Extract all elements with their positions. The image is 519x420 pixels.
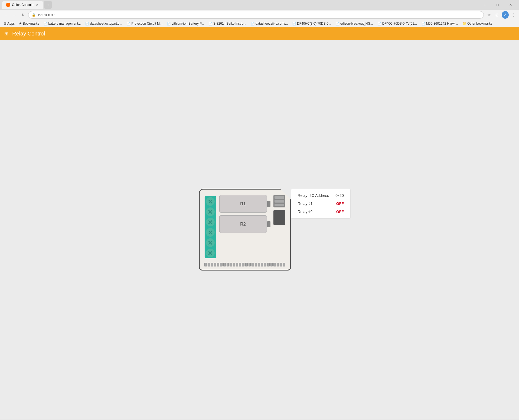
chip-block-top	[273, 195, 285, 207]
bookmark-seiko-label: S-8261 | Seiko Instru...	[213, 22, 246, 25]
app-title: Relay Control	[12, 31, 45, 37]
back-button[interactable]: ←	[2, 11, 9, 18]
terminal-block	[204, 196, 216, 258]
bookmark-edison[interactable]: 📄 edison-breakout_HG...	[334, 21, 375, 26]
bookmark-apps-label: Apps	[7, 22, 15, 25]
relay-module-2[interactable]: R2	[219, 215, 267, 233]
relay-module-1[interactable]: R1	[219, 195, 267, 213]
url-text: 192.168.3.1	[37, 13, 56, 17]
bookmark-battery[interactable]: 📄 battery management...	[42, 21, 82, 26]
profile-icon[interactable]: A	[502, 11, 509, 18]
main-content: R1 R2	[0, 40, 519, 419]
bookmark-other-label: Other bookmarks	[467, 22, 492, 25]
bookmark-bookmarks[interactable]: ★ Bookmarks	[17, 21, 41, 26]
bookmark-m50[interactable]: 📄 M50-3601242 Harwi...	[420, 21, 460, 26]
relay2-connector	[267, 221, 270, 227]
bookmark-protection[interactable]: 📄 Protection Circuit M...	[125, 21, 164, 26]
pin-18	[258, 263, 260, 266]
relay-container: R1 R2	[199, 189, 350, 271]
bookmarks-bar: ⊞ Apps ★ Bookmarks 📄 battery management.…	[0, 20, 519, 27]
bookmark-apps[interactable]: ⊞ Apps	[2, 21, 16, 26]
bookmark-df40hc[interactable]: 📄 DF40HC(3.0)-70DS-0...	[290, 21, 333, 26]
page-icon-10: 📄	[421, 22, 425, 25]
chip-pin-1	[274, 196, 284, 199]
app-header: ⊞ Relay Control	[0, 27, 519, 40]
tab-close-button[interactable]: ✕	[35, 3, 39, 7]
bookmark-lithium[interactable]: 📄 Lithium-ion Battery P...	[165, 21, 206, 26]
terminal-screw-2	[206, 207, 214, 216]
pin-10	[233, 263, 235, 266]
terminal-screw-6	[206, 249, 214, 257]
pin-7	[223, 263, 226, 266]
relay-modules: R1 R2	[219, 195, 267, 233]
page-icon-2: 📄	[85, 22, 89, 25]
menu-icon[interactable]: ⋮	[510, 11, 517, 18]
pin-header	[204, 262, 285, 268]
bookmark-df40c-label: DF40C-70DS-0.4V(51...	[382, 22, 417, 25]
maximize-button[interactable]: □	[491, 1, 504, 9]
relay2-status-value[interactable]: OFF	[336, 210, 344, 214]
pin-1	[204, 263, 207, 266]
pin-14	[245, 263, 248, 266]
pin-12	[239, 263, 241, 266]
page-icon-6: 📄	[251, 22, 255, 25]
chip-pin-2	[274, 200, 284, 203]
relay2-label: R2	[240, 222, 246, 227]
page-icon-7: 📄	[292, 22, 296, 25]
relay1-info-label: Relay #1	[298, 201, 312, 206]
pin-9	[230, 263, 232, 266]
close-button[interactable]: ✕	[504, 1, 517, 9]
star-icon: ★	[19, 22, 22, 25]
pin-23	[273, 263, 276, 266]
screw-terminals	[204, 196, 216, 258]
active-tab[interactable]: Onion Console ✕	[2, 1, 43, 9]
bookmark-protection-label: Protection Circuit M...	[131, 22, 162, 25]
tab-title: Onion Console	[12, 3, 33, 7]
bookmark-datasheet1[interactable]: 📄 datasheet.octopart.c...	[83, 21, 124, 26]
nav-bar: ← → ↻ 🔒 192.168.3.1 ☆ ⊕ A ⋮	[0, 10, 519, 20]
extensions-icon[interactable]: ⊕	[494, 11, 501, 18]
bookmark-datasheet2[interactable]: 📄 datasheet.sii-ic.com/...	[249, 21, 289, 26]
page-icon-4: 📄	[167, 22, 171, 25]
user-avatar: A	[502, 11, 509, 19]
pcb-board: R1 R2	[199, 189, 291, 271]
forward-button[interactable]: →	[11, 11, 18, 18]
new-tab-button[interactable]: +	[44, 1, 52, 9]
relay1-status-value[interactable]: OFF	[336, 201, 344, 206]
tab-favicon	[6, 3, 10, 7]
terminal-screw-5	[206, 238, 214, 247]
pin-8	[226, 263, 229, 266]
chip-pin-3	[274, 204, 284, 206]
url-bar[interactable]: 🔒 192.168.3.1	[28, 11, 484, 19]
pin-3	[211, 263, 213, 266]
pin-13	[242, 263, 244, 266]
grid-menu-icon[interactable]: ⊞	[4, 31, 8, 37]
pin-11	[236, 263, 238, 266]
i2c-address-row: Relay I2C Address 0x20	[298, 193, 344, 198]
bookmark-edison-label: edison-breakout_HG...	[340, 22, 373, 25]
page-icon-9: 📄	[377, 22, 381, 25]
terminal-screw-3	[206, 218, 214, 226]
bookmark-seiko[interactable]: 📄 S-8261 | Seiko Instru...	[207, 21, 248, 26]
i2c-value: 0x20	[335, 193, 344, 198]
info-panel: Relay I2C Address 0x20 Relay #1 OFF Rela…	[291, 189, 350, 219]
bookmark-df40c[interactable]: 📄 DF40C-70DS-0.4V(51...	[376, 21, 419, 26]
minimize-button[interactable]: –	[478, 1, 491, 9]
pin-4	[214, 263, 216, 266]
reload-button[interactable]: ↻	[19, 11, 27, 18]
bookmarks-star-icon[interactable]: ☆	[485, 11, 492, 18]
relay2-info-label: Relay #2	[298, 210, 312, 214]
bookmark-datasheet2-label: datasheet.sii-ic.com/...	[256, 22, 288, 25]
dark-chip	[273, 210, 285, 225]
pin-25	[280, 263, 282, 266]
pin-2	[208, 263, 210, 266]
apps-icon: ⊞	[4, 22, 6, 25]
relay2-status-row: Relay #2 OFF	[298, 210, 344, 214]
terminal-screw-1	[206, 197, 214, 206]
pin-15	[248, 263, 251, 266]
terminal-screw-4	[206, 228, 214, 237]
pin-22	[270, 263, 273, 266]
bookmark-other[interactable]: 📁 Other bookmarks	[461, 21, 494, 26]
browser-window: Onion Console ✕ + – □ ✕ ← → ↻ 🔒 192.168.…	[0, 0, 519, 27]
folder-icon: 📁	[462, 22, 466, 25]
